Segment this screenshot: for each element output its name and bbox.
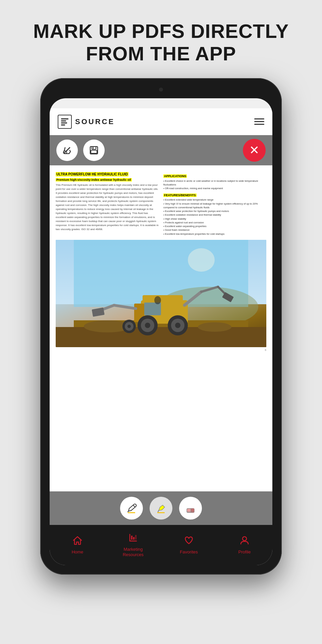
pdf-page: ULTRA POWERFLOW HE HYDRAULIC FLUID Premi… xyxy=(50,165,272,491)
nav-label-favorites: Favorites xyxy=(180,549,198,555)
toolbar-left-tools xyxy=(56,140,105,161)
svg-rect-18 xyxy=(143,295,183,303)
phone-device: SOURCE xyxy=(40,78,282,575)
nav-label-home: Home xyxy=(72,549,84,555)
svg-rect-2 xyxy=(61,122,67,123)
eraser-tool-button[interactable] xyxy=(179,497,202,520)
phone-body: SOURCE xyxy=(40,78,282,575)
pdf-top-toolbar: ✕ xyxy=(50,135,272,165)
close-button[interactable]: ✕ xyxy=(243,139,266,162)
pdf-application-bullets: • Excellent choice in arctic or cold wea… xyxy=(163,179,266,191)
marketing-icon xyxy=(128,533,138,545)
home-icon xyxy=(72,536,83,547)
pdf-product-title: ULTRA POWERFLOW HE HYDRAULIC FLUID xyxy=(56,172,128,176)
pdf-right-column: APPLICATIONS • Excellent choice in arcti… xyxy=(163,172,266,235)
pdf-product-subtitle: Premium high-viscosity-index antiwear hy… xyxy=(56,178,132,181)
nav-label-marketing: Marketing Resources xyxy=(123,547,144,557)
svg-rect-1 xyxy=(61,120,66,121)
bottom-navigation: Home Marketing Resources xyxy=(50,525,272,565)
svg-rect-3 xyxy=(61,124,65,125)
hamburger-menu-icon[interactable] xyxy=(254,118,264,125)
pdf-left-column: ULTRA POWERFLOW HE HYDRAULIC FLUID Premi… xyxy=(56,172,159,235)
svg-rect-22 xyxy=(92,307,104,317)
pdf-features-title: FEATURES/BENEFITS xyxy=(163,193,266,198)
highlighter-tool-button[interactable] xyxy=(150,497,172,520)
svg-point-36 xyxy=(154,296,161,304)
clear-button[interactable] xyxy=(56,140,78,161)
svg-rect-38 xyxy=(128,512,135,513)
profile-icon xyxy=(239,536,250,547)
nav-item-profile[interactable]: Profile xyxy=(231,536,258,555)
nav-item-marketing[interactable]: Marketing Resources xyxy=(120,533,147,557)
pdf-page-number: 6 xyxy=(56,348,266,352)
save-button[interactable] xyxy=(83,140,105,161)
nav-item-favorites[interactable]: Favorites xyxy=(175,536,202,555)
app-header: SOURCE xyxy=(50,108,272,135)
app-logo: SOURCE xyxy=(58,115,115,129)
pen-tool-button[interactable] xyxy=(120,497,143,520)
nav-label-profile: Profile xyxy=(238,549,251,555)
svg-point-32 xyxy=(175,323,180,328)
svg-rect-0 xyxy=(61,118,68,119)
svg-point-44 xyxy=(243,537,247,541)
svg-point-15 xyxy=(198,322,231,332)
nav-item-home[interactable]: Home xyxy=(64,536,91,555)
phone-camera xyxy=(159,88,163,92)
logo-icon xyxy=(58,115,72,129)
pdf-content-area: ULTRA POWERFLOW HE HYDRAULIC FLUID Premi… xyxy=(50,165,272,491)
annotation-toolbar xyxy=(50,491,272,525)
svg-rect-39 xyxy=(157,512,165,513)
logo-text: SOURCE xyxy=(75,117,115,126)
page-headline: MARK UP PDFS DIRECTLY FROM THE APP xyxy=(33,20,289,65)
pdf-text-section: ULTRA POWERFLOW HE HYDRAULIC FLUID Premi… xyxy=(56,172,266,235)
close-icon: ✕ xyxy=(249,144,259,156)
pdf-applications-title: APPLICATIONS xyxy=(163,174,266,178)
favorites-icon xyxy=(184,536,194,547)
pdf-body-text: This Premium HE hydraulic oil is formula… xyxy=(56,183,159,231)
svg-point-37 xyxy=(188,248,215,272)
svg-line-5 xyxy=(66,148,70,151)
pdf-product-image xyxy=(56,240,266,347)
pdf-feature-bullets: • Excellent extended wide temperature ra… xyxy=(163,198,266,236)
svg-rect-8 xyxy=(91,150,97,153)
svg-point-29 xyxy=(145,323,150,328)
svg-point-35 xyxy=(127,325,131,328)
phone-screen: SOURCE xyxy=(50,98,272,565)
